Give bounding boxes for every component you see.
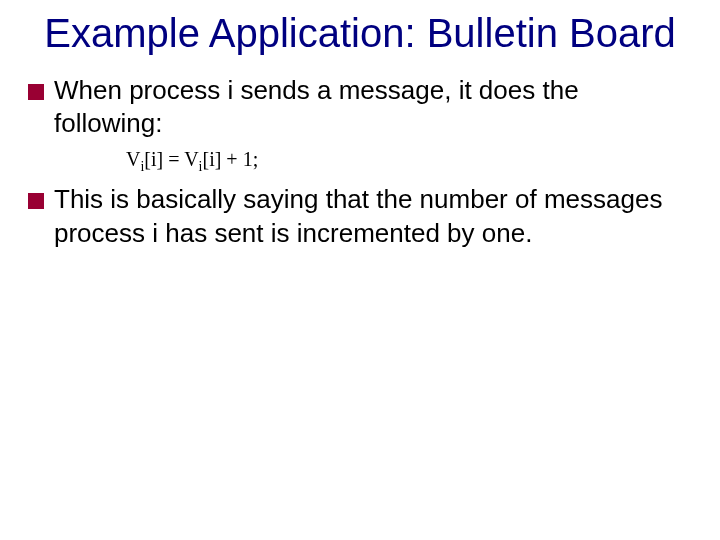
slide-title: Example Application: Bulletin Board bbox=[28, 10, 692, 56]
bullet-text: This is basically saying that the number… bbox=[54, 183, 692, 250]
bullet-text: When process i sends a message, it does … bbox=[54, 74, 692, 141]
formula-sub1: i bbox=[140, 159, 144, 174]
bullet-marker-icon bbox=[28, 193, 44, 209]
bullet-item: When process i sends a message, it does … bbox=[28, 74, 692, 141]
formula-v2: V bbox=[184, 148, 198, 170]
bullet-item: This is basically saying that the number… bbox=[28, 183, 692, 250]
formula-line: Vi[i] = Vi[i] + 1; bbox=[126, 147, 692, 176]
bullet-marker-icon bbox=[28, 84, 44, 100]
formula-end: [i] + 1; bbox=[202, 148, 258, 170]
slide: Example Application: Bulletin Board When… bbox=[0, 0, 720, 540]
formula-sub2: i bbox=[199, 159, 203, 174]
formula-v1: V bbox=[126, 148, 140, 170]
formula-mid: [i] = bbox=[144, 148, 184, 170]
bullet-list: When process i sends a message, it does … bbox=[28, 74, 692, 250]
